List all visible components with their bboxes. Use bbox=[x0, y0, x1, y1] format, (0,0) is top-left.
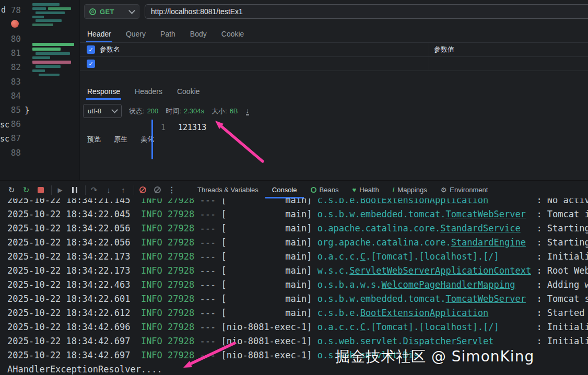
row-checkbox[interactable] bbox=[87, 60, 95, 68]
encoding-dropdown[interactable]: utf-8 bbox=[83, 104, 122, 118]
viewer-tab-raw[interactable]: 原生 bbox=[114, 135, 127, 144]
console-line: 2025-10-22 18:34:42.697 INFO 27928 --- [… bbox=[7, 334, 588, 348]
minimap-bar bbox=[36, 65, 61, 68]
logger-link[interactable]: o.s.b.a.w.s.WelcomePageHandlerMapping bbox=[317, 278, 531, 292]
logger-link[interactable]: c.s.b.e.BootExtensionApplication bbox=[317, 198, 531, 207]
stop-icon[interactable] bbox=[36, 184, 46, 196]
param-header-row: 参数名 参数值 bbox=[80, 43, 588, 57]
console-line: 2025-10-22 18:34:22.463 INFO 27928 --- [… bbox=[7, 278, 588, 292]
download-icon[interactable] bbox=[246, 107, 250, 115]
environment-icon bbox=[441, 186, 447, 193]
rerun-icon[interactable] bbox=[6, 184, 17, 196]
tab-query[interactable]: Query bbox=[125, 25, 147, 42]
debug-panel: Threads & Variables Console Beans Health… bbox=[0, 180, 588, 375]
line-number: 82 bbox=[0, 62, 21, 72]
logger-link[interactable]: org.apache.catalina.core.StandardEngine bbox=[317, 236, 531, 250]
logger-link[interactable]: o.s.web.servlet.DispatcherServlet bbox=[317, 334, 531, 348]
minimap-bar bbox=[32, 16, 44, 18]
debug-tabs: Threads & Variables Console Beans Health… bbox=[191, 181, 495, 198]
editor-minimap[interactable] bbox=[32, 2, 79, 80]
viewer-tab-preview[interactable]: 预览 bbox=[87, 135, 101, 144]
tab-cookie[interactable]: Cookie bbox=[220, 25, 245, 42]
param-row[interactable] bbox=[80, 57, 588, 71]
line-number: 85 bbox=[0, 105, 21, 115]
logger-link[interactable]: o.apache.catalina.core.StandardService bbox=[317, 221, 531, 236]
tab-body[interactable]: Body bbox=[189, 25, 208, 42]
response-body-area[interactable]: 1 121313 bbox=[156, 122, 206, 133]
method-label: GET bbox=[100, 8, 126, 16]
method-dropdown[interactable]: G GET bbox=[84, 4, 139, 19]
console-line: 2025-10-22 18:34:42.696 INFO 27928 --- [… bbox=[7, 320, 588, 334]
step-out-icon[interactable] bbox=[118, 184, 128, 196]
logger-link[interactable]: o.s.b.w.embedded.tomcat.TomcatWebServer bbox=[317, 207, 531, 221]
mute-breakpoints-icon[interactable] bbox=[137, 184, 148, 196]
minimap-bar bbox=[32, 48, 61, 51]
tab-console[interactable]: Console bbox=[265, 181, 304, 198]
response-status-row: utf-8 状态: 200 时间: 2.304s 大小: 6B bbox=[83, 104, 249, 118]
status-value: 200 bbox=[147, 107, 159, 115]
tab-environment[interactable]: Environment bbox=[434, 181, 495, 198]
step-over-icon[interactable] bbox=[89, 184, 99, 196]
get-method-icon: G bbox=[89, 8, 96, 15]
line-number: 86 bbox=[0, 119, 21, 129]
console-line: 2025-10-22 18:34:21.145 INFO 27928 --- [… bbox=[7, 198, 588, 207]
response-body-text: 121313 bbox=[178, 122, 206, 133]
minimap-bar bbox=[36, 19, 62, 22]
console-line: 2025-10-22 18:34:22.045 INFO 27928 --- [… bbox=[7, 207, 588, 221]
viewer-tabs: 预览 原生 美化 bbox=[87, 135, 154, 144]
logger-link[interactable]: o.a.c.c.C.[Tomcat].[localhost].[/] bbox=[317, 320, 531, 334]
disabled-breakpoints-icon[interactable] bbox=[152, 184, 162, 196]
minimap-bar bbox=[32, 56, 50, 59]
console-line: 2025-10-22 18:34:22.056 INFO 27928 --- [… bbox=[7, 236, 588, 250]
tab-health[interactable]: Health bbox=[345, 181, 385, 198]
resume-icon[interactable] bbox=[55, 184, 65, 196]
tab-label: Environment bbox=[450, 186, 488, 194]
line-number: 80 bbox=[0, 34, 21, 44]
url-input[interactable]: http://localhost:8081/testEx1 bbox=[145, 4, 588, 19]
minimap-bar bbox=[32, 43, 74, 46]
logger-link[interactable]: w.s.c.ServletWebServerApplicationContext bbox=[317, 264, 531, 278]
step-into-icon[interactable] bbox=[103, 184, 114, 196]
breakpoint-icon[interactable] bbox=[11, 20, 19, 28]
console-line: 2025-10-22 18:34:22.173 INFO 27928 --- [… bbox=[7, 250, 588, 264]
minimap-bar bbox=[39, 74, 60, 76]
logger-link[interactable]: c.s.b.e.BootExtensionApplication bbox=[317, 306, 531, 320]
app-window: d sc sc 78808182838485868788 } G GET htt… bbox=[0, 0, 588, 375]
tab-response-cookie[interactable]: Cookie bbox=[176, 83, 201, 100]
size-value: 6B bbox=[230, 107, 238, 115]
tab-response[interactable]: Response bbox=[86, 83, 121, 100]
line-number: 83 bbox=[0, 77, 21, 87]
rerun-application-icon[interactable] bbox=[21, 184, 31, 196]
line-number: 78 bbox=[0, 5, 21, 15]
logger-link[interactable]: o.s.b.w.embedded.tomcat.TomcatWebServer bbox=[317, 292, 531, 306]
debug-toolbar: Threads & Variables Console Beans Health… bbox=[0, 181, 588, 198]
tab-path[interactable]: Path bbox=[159, 25, 177, 42]
tab-label: Console bbox=[272, 186, 297, 194]
minimap-bar bbox=[36, 52, 70, 55]
request-tabs: Header Query Path Body Cookie bbox=[80, 25, 588, 43]
table-column-divider bbox=[429, 43, 429, 71]
health-icon bbox=[352, 186, 356, 193]
toolbar-divider bbox=[134, 185, 134, 195]
tab-threads-variables[interactable]: Threads & Variables bbox=[191, 181, 265, 198]
chevron-down-icon bbox=[111, 107, 118, 113]
pause-icon[interactable] bbox=[69, 184, 80, 196]
console-line: 2025-10-22 18:34:22.601 INFO 27928 --- [… bbox=[7, 292, 588, 306]
size-label: 大小: bbox=[211, 107, 227, 116]
toolbar-divider bbox=[51, 185, 52, 195]
minimap-bar bbox=[32, 24, 53, 26]
tab-beans[interactable]: Beans bbox=[304, 181, 346, 198]
console-line: 2025-10-22 18:34:22.056 INFO 27928 --- [… bbox=[7, 221, 588, 236]
param-table: 参数名 参数值 bbox=[80, 43, 588, 71]
time-label: 时间: bbox=[166, 107, 181, 116]
more-options-icon[interactable] bbox=[167, 184, 177, 196]
time-value: 2.304s bbox=[184, 107, 204, 115]
tab-mappings[interactable]: Mappings bbox=[386, 181, 434, 198]
logger-link[interactable]: o.a.c.c.C.[Tomcat].[localhost].[/] bbox=[317, 250, 531, 264]
encoding-value: utf-8 bbox=[88, 107, 101, 115]
tab-header[interactable]: Header bbox=[86, 25, 112, 42]
editor-brace: } bbox=[25, 105, 30, 115]
param-value-header: 参数值 bbox=[434, 45, 454, 54]
select-all-checkbox[interactable] bbox=[87, 45, 95, 54]
tab-response-headers[interactable]: Headers bbox=[134, 83, 163, 100]
